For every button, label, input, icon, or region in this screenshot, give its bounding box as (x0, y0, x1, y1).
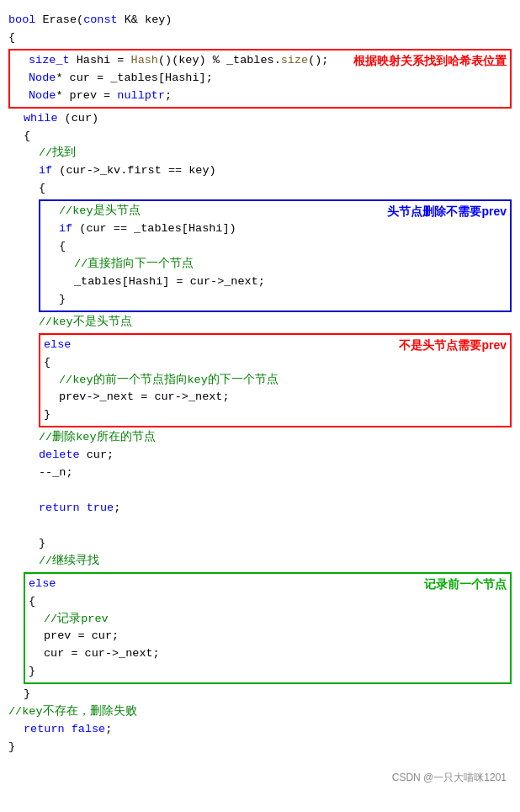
line-while: while (cur) (8, 110, 512, 128)
line-else-close: } (44, 406, 279, 424)
comment-head-node: //key是头节点 (44, 203, 265, 220)
line-blank1 (8, 482, 512, 500)
line-decrement: --_n; (39, 464, 512, 482)
annotation-record-prev: 记录前一个节点 (424, 576, 507, 594)
comment-not-head: //key不是头节点 (39, 314, 512, 332)
footer: CSDN @一只大喵咪1201 (0, 770, 520, 786)
line-else-continue-close: } (29, 663, 160, 681)
box-record-prev-wrapper: else { //记录prev prev = cur; cur = cur->_… (24, 572, 512, 685)
line-hash: size_t Hashi = Hash()(key) % _tables.siz… (13, 52, 328, 70)
line-blank2 (8, 517, 512, 535)
annotation-head-node: 头节点删除不需要prev (387, 203, 507, 221)
comment-direct: //直接指向下一个节点 (44, 256, 265, 273)
line-if-brace: { (8, 180, 512, 198)
comment-continue: //继续寻找 (8, 553, 512, 571)
box-record-prev: else { //记录prev prev = cur; cur = cur->_… (24, 572, 512, 685)
comment-delete: //删除key所在的节点 (39, 429, 512, 447)
open-brace-main: { (8, 29, 512, 47)
line-set-next: _tables[Hashi] = cur->_next; (44, 273, 265, 291)
line-return-true: return true; (39, 500, 512, 517)
code-block: bool Erase(const K& key) { size_t Hashi … (0, 7, 520, 762)
line-delete: delete cur; (39, 447, 512, 464)
annotation-hash: 根据映射关系找到哈希表位置 (353, 52, 507, 71)
while-close: } (8, 686, 512, 703)
line-cur: Node* cur = _tables[Hashi]; (13, 70, 328, 88)
box-head-node: //key是头节点 if (cur == _tables[Hashi]) { /… (39, 199, 512, 312)
line-if-head: if (cur == _tables[Hashi]) (44, 220, 265, 238)
line-else-not-head: else (44, 337, 279, 354)
comment-key-not-found: //key不存在，删除失败 (8, 703, 512, 721)
line-if-head-close: } (44, 291, 265, 309)
line-assign-prev: prev = cur; (29, 628, 160, 645)
line-if-close: } (8, 535, 512, 553)
comment-record-prev: //记录prev (29, 611, 160, 629)
annotation-not-head: 不是头节点需要prev (399, 337, 507, 355)
line-while-brace: { (8, 128, 512, 146)
line-return-false: return false; (8, 721, 512, 739)
comment-prev-next: //key的前一个节点指向key的下一个节点 (44, 372, 279, 390)
line-if-head-brace: { (44, 238, 265, 256)
func-close: } (8, 739, 512, 756)
func-signature: bool Erase(const K& key) (8, 12, 512, 29)
line-if-found: if (cur->_kv.first == key) (8, 162, 512, 180)
box-not-head: else { //key的前一个节点指向key的下一个节点 prev->_nex… (39, 333, 512, 428)
line-else-continue-brace: { (29, 593, 160, 611)
line-prev: Node* prev = nullptr; (13, 88, 328, 105)
line-prev-next: prev->_next = cur->_next; (44, 389, 279, 406)
line-else-continue: else (29, 576, 160, 593)
box-hash-lookup: size_t Hashi = Hash()(key) % _tables.siz… (8, 49, 512, 109)
line-assign-cur: cur = cur->_next; (29, 645, 160, 663)
line-else-brace: { (44, 354, 279, 372)
comment-found: //找到 (8, 145, 512, 162)
